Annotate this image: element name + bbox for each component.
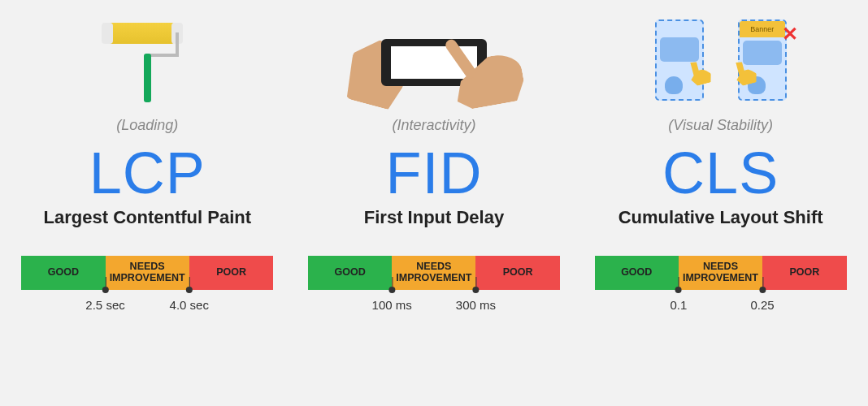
cls-category: (Visual Stability) bbox=[668, 117, 773, 134]
fid-seg-poor: POOR bbox=[475, 256, 560, 290]
cls-threshold-low: 0.1 bbox=[670, 287, 687, 312]
lcp-seg-poor: POOR bbox=[189, 256, 274, 290]
cls-scale: GOOD NEEDS IMPROVEMENT POOR 0.1 0.25 bbox=[595, 256, 847, 322]
paint-roller-icon bbox=[90, 16, 204, 106]
layout-shift-icon: Banner ✕ bbox=[652, 16, 790, 106]
fid-threshold-low: 100 ms bbox=[372, 287, 412, 312]
fid-illustration bbox=[353, 16, 515, 106]
hands-tablet-icon bbox=[353, 16, 515, 106]
metric-lcp: (Loading) LCP Largest Contentful Paint G… bbox=[21, 16, 273, 322]
fid-scale: GOOD NEEDS IMPROVEMENT POOR 100 ms 300 m… bbox=[308, 256, 560, 322]
lcp-fullname: Largest Contentful Paint bbox=[44, 207, 251, 228]
cls-banner-label: Banner bbox=[740, 21, 785, 37]
lcp-seg-good: GOOD bbox=[21, 256, 105, 290]
cls-fullname: Cumulative Layout Shift bbox=[618, 207, 823, 228]
fid-fullname: First Input Delay bbox=[364, 207, 504, 228]
cls-seg-good: GOOD bbox=[595, 256, 679, 290]
fid-abbr: FID bbox=[385, 144, 482, 202]
x-mark-icon: ✕ bbox=[782, 23, 798, 45]
fid-seg-good: GOOD bbox=[308, 256, 392, 290]
cls-illustration: Banner ✕ bbox=[652, 16, 790, 106]
cls-threshold-high: 0.25 bbox=[750, 287, 774, 312]
cls-seg-poor: POOR bbox=[762, 256, 847, 290]
lcp-category: (Loading) bbox=[116, 117, 178, 134]
fid-seg-needs: NEEDS IMPROVEMENT bbox=[392, 256, 475, 290]
lcp-seg-needs: NEEDS IMPROVEMENT bbox=[106, 256, 189, 290]
cls-abbr: CLS bbox=[662, 144, 779, 202]
metric-fid: (Interactivity) FID First Input Delay GO… bbox=[308, 16, 560, 322]
cls-seg-needs: NEEDS IMPROVEMENT bbox=[679, 256, 762, 290]
fid-threshold-high: 300 ms bbox=[456, 287, 496, 312]
lcp-threshold-high: 4.0 sec bbox=[170, 287, 209, 312]
fid-category: (Interactivity) bbox=[392, 117, 475, 134]
lcp-abbr: LCP bbox=[89, 144, 206, 202]
lcp-scale: GOOD NEEDS IMPROVEMENT POOR 2.5 sec 4.0 … bbox=[21, 256, 273, 322]
lcp-illustration bbox=[90, 16, 204, 106]
metric-cls: Banner ✕ (Visual Stability) CLS Cumulati… bbox=[595, 16, 847, 322]
lcp-threshold-low: 2.5 sec bbox=[85, 287, 124, 312]
